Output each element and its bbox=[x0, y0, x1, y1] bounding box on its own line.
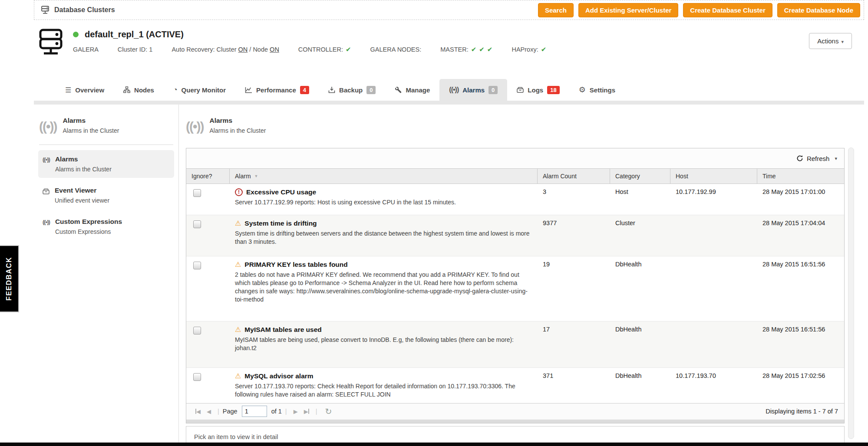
page: Database Clusters Search Add Existing Se… bbox=[34, 0, 864, 446]
sidebar-item-alarms-title: Alarms bbox=[55, 155, 112, 163]
actions-button-label: Actions bbox=[817, 37, 838, 45]
broadcast-icon: ((•)) bbox=[43, 219, 50, 235]
controller-label: CONTROLLER: bbox=[298, 46, 343, 53]
alarm-time: 28 May 2015 17:02:56 bbox=[757, 368, 844, 403]
table-row[interactable]: ⚠ PRIMARY KEY less tables found 2 tables… bbox=[186, 256, 844, 321]
tab-backup[interactable]: Backup 0 bbox=[319, 79, 385, 101]
pagination-separator: | bbox=[285, 408, 287, 415]
sidebar-divider bbox=[39, 144, 173, 145]
ignore-checkbox[interactable] bbox=[193, 262, 201, 269]
master-check-icon-2: ✔ bbox=[479, 46, 485, 53]
previous-page-button[interactable]: ◀ bbox=[207, 408, 211, 415]
table-row[interactable]: ⚠ MyISAM tables are used MyISAM tables a… bbox=[186, 321, 844, 368]
search-button[interactable]: Search bbox=[538, 3, 574, 17]
sidebar-header-title: Alarms bbox=[63, 117, 119, 125]
ignore-checkbox[interactable] bbox=[193, 220, 201, 228]
alarms-broadcast-icon-large: ((•)) bbox=[186, 117, 203, 148]
page-of-label: of 1 bbox=[271, 408, 282, 415]
galera-nodes-status: GALERA NODES: bbox=[370, 46, 422, 53]
cluster-info: default_repl_1 (ACTIVE) GALERA Cluster I… bbox=[73, 27, 565, 53]
next-page-button[interactable]: ▶ bbox=[294, 408, 298, 415]
auto-recovery-cluster-on-toggle[interactable]: ON bbox=[238, 46, 248, 53]
pagination-bar: ◀ ◀ | Page of 1 | ▶ ▶ | ↻ Displaying ite… bbox=[186, 403, 844, 420]
master-check-icon-3: ✔ bbox=[487, 46, 493, 53]
ignore-checkbox[interactable] bbox=[193, 189, 201, 197]
page-number-input[interactable] bbox=[242, 406, 267, 417]
sort-caret-icon: ▼ bbox=[254, 174, 258, 178]
alarm-title: PRIMARY KEY less tables found bbox=[244, 261, 347, 269]
tab-settings[interactable]: ⚙ Settings bbox=[569, 79, 625, 101]
pagination-status: Displaying items 1 - 7 of 7 bbox=[766, 408, 838, 415]
tab-logs[interactable]: Logs 18 bbox=[507, 79, 569, 101]
last-page-button[interactable]: ▶ bbox=[304, 408, 309, 415]
app-title-group: Database Clusters bbox=[40, 6, 115, 14]
pagination-refresh-icon[interactable]: ↻ bbox=[325, 407, 332, 416]
tab-band bbox=[34, 101, 864, 105]
alarms-broadcast-icon-large: ((•)) bbox=[39, 117, 56, 137]
content: ((•)) Alarms Alarms in the Cluster ((•))… bbox=[34, 105, 864, 446]
top-toolbar: Database Clusters Search Add Existing Se… bbox=[34, 0, 864, 20]
pagination-separator: | bbox=[218, 408, 219, 415]
main-header-subtitle: Alarms in the Cluster bbox=[209, 127, 266, 134]
column-header-host[interactable]: Host bbox=[670, 169, 757, 184]
sidebar-header-subtitle: Alarms in the Cluster bbox=[63, 127, 119, 134]
table-row[interactable]: ! Excessive CPU usage Server 10.177.192.… bbox=[186, 184, 844, 215]
sidebar-item-custom-expressions-title: Custom Expressions bbox=[55, 218, 122, 226]
feedback-tab[interactable]: FEEDBACK bbox=[0, 245, 19, 312]
column-header-alarm[interactable]: Alarm ▼ bbox=[230, 169, 538, 184]
alarm-description-detail: johan.t2 bbox=[235, 344, 530, 352]
tab-overview[interactable]: ☰ Overview bbox=[56, 79, 114, 101]
tab-performance[interactable]: Performance 4 bbox=[235, 79, 319, 101]
alarm-time: 28 May 2015 17:01:00 bbox=[757, 184, 844, 215]
ignore-checkbox[interactable] bbox=[193, 327, 201, 334]
column-header-time[interactable]: Time bbox=[757, 169, 844, 184]
app-title: Database Clusters bbox=[54, 6, 115, 14]
sidebar-item-custom-expressions-subtitle: Custom Expressions bbox=[55, 228, 122, 235]
auto-recovery-node-on-toggle[interactable]: ON bbox=[270, 46, 279, 53]
actions-button[interactable]: Actions▾ bbox=[809, 33, 852, 49]
vertical-scrollbar[interactable] bbox=[848, 148, 854, 439]
tab-manage-label: Manage bbox=[406, 86, 430, 94]
ignore-checkbox[interactable] bbox=[193, 373, 201, 381]
alarm-time: 28 May 2015 16:51:56 bbox=[757, 321, 844, 367]
auto-recovery-label: Auto Recovery: Cluster bbox=[172, 46, 236, 53]
tab-query-monitor[interactable]: ◔ Query Monitor bbox=[164, 79, 235, 101]
alarm-time: 28 May 2015 16:51:56 bbox=[757, 256, 844, 321]
master-label: MASTER: bbox=[440, 46, 468, 53]
tab-manage[interactable]: Manage bbox=[385, 79, 439, 101]
alarm-title: MyISAM tables are used bbox=[244, 326, 321, 334]
bottom-bar bbox=[0, 443, 868, 446]
main-header-title: Alarms bbox=[209, 117, 266, 125]
add-existing-server-cluster-button[interactable]: Add Existing Server/Cluster bbox=[578, 3, 678, 17]
table-row[interactable]: ⚠ MySQL advisor alarm Server 10.177.193.… bbox=[186, 368, 844, 403]
main-area: ((•)) Alarms Alarms in the Cluster Refre… bbox=[179, 105, 864, 446]
tab-nodes-label: Nodes bbox=[134, 86, 154, 94]
alarm-title: System time is drifting bbox=[244, 220, 317, 227]
horizontal-scrollbar[interactable] bbox=[186, 420, 844, 423]
cluster-id: Cluster ID: 1 bbox=[118, 46, 153, 53]
logs-badge: 18 bbox=[547, 86, 559, 94]
create-database-node-button[interactable]: Create Database Node bbox=[777, 3, 860, 17]
tab-nodes[interactable]: Nodes bbox=[114, 79, 164, 101]
galera-nodes-label: GALERA NODES: bbox=[370, 46, 422, 53]
tab-alarms-label: Alarms bbox=[462, 86, 485, 94]
sidebar-item-event-viewer-title: Event Viewer bbox=[55, 187, 109, 194]
sidebar-item-event-viewer[interactable]: Event Viewer Unified event viewer bbox=[38, 181, 174, 209]
warning-icon: ⚠ bbox=[235, 220, 241, 227]
alarm-category: DbHealth bbox=[610, 321, 670, 367]
sidebar-item-custom-expressions[interactable]: ((•)) Custom Expressions Custom Expressi… bbox=[38, 213, 174, 240]
first-page-button[interactable]: ◀ bbox=[195, 408, 201, 415]
controller-status: CONTROLLER:✔ bbox=[298, 46, 351, 53]
column-header-alarm-count[interactable]: Alarm Count bbox=[538, 169, 610, 184]
refresh-caret-icon: ▾ bbox=[835, 156, 837, 161]
manage-wrench-icon bbox=[395, 86, 402, 93]
alarm-host: 10.177.192.99 bbox=[670, 184, 757, 215]
column-header-ignore[interactable]: Ignore? bbox=[186, 169, 230, 184]
alarm-count: 371 bbox=[538, 368, 610, 403]
sidebar-item-alarms[interactable]: ((•)) Alarms Alarms in the Cluster bbox=[38, 150, 174, 178]
refresh-button[interactable]: Refresh ▾ bbox=[796, 155, 837, 162]
create-database-cluster-button[interactable]: Create Database Cluster bbox=[683, 3, 772, 17]
tab-alarms[interactable]: ((•)) Alarms 0 bbox=[439, 79, 507, 101]
table-row[interactable]: ⚠ System time is drifting System time is… bbox=[186, 215, 844, 256]
column-header-category[interactable]: Category bbox=[610, 169, 670, 184]
